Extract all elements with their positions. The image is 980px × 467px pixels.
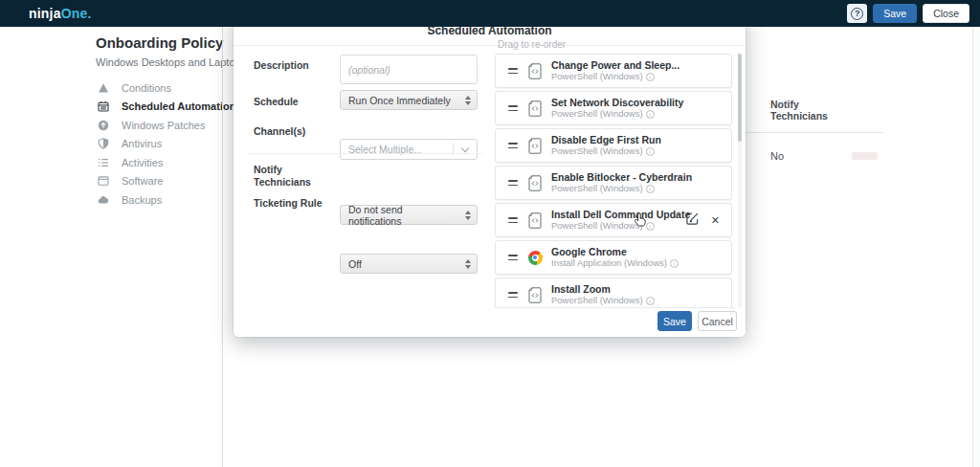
automation-list-item[interactable]: Install Zoom PowerShell (Windows) i [495, 278, 732, 308]
edit-automation-icon[interactable] [686, 211, 699, 229]
info-icon[interactable]: i [646, 110, 655, 119]
automation-list-item[interactable]: Change Power and Sleep... PowerShell (Wi… [495, 54, 732, 88]
automation-list-item[interactable]: Install Dell Command Update PowerShell (… [495, 203, 732, 237]
notify-technicians-label: Notify Technicians [254, 164, 334, 189]
description-placeholder: (optional) [348, 64, 390, 76]
notify-technicians-column-header: Notify Technicians [770, 99, 832, 122]
chevron-down-icon [461, 145, 469, 152]
sidebar-item-scheduled-automations[interactable]: Scheduled Automations [97, 98, 242, 117]
warning-triangle-icon [97, 81, 109, 94]
arrow-up-circle-icon [97, 119, 109, 131]
drag-handle-icon[interactable] [508, 180, 518, 186]
cloud-icon [97, 193, 109, 206]
automation-title: Google Chrome [551, 246, 679, 257]
schedule-select[interactable]: Run Once Immediately [340, 90, 478, 110]
description-label: Description [254, 59, 334, 72]
automation-title: Set Network Discoverability [551, 97, 683, 108]
modal-save-button[interactable]: Save [657, 311, 692, 331]
list-scrollbar-track[interactable] [738, 54, 742, 308]
automation-list-item[interactable]: Enable Bitlocker - Cyberdrain PowerShell… [495, 166, 732, 200]
drag-handle-icon[interactable] [508, 217, 518, 223]
shield-icon [97, 138, 109, 150]
automation-subtitle: PowerShell (Windows) [551, 108, 643, 120]
list-icon [97, 156, 109, 168]
script-icon [526, 175, 544, 191]
ticketing-rule-label: Ticketing Rule [254, 197, 334, 210]
script-icon [526, 63, 544, 79]
automation-subtitle: PowerShell (Windows) [551, 220, 643, 232]
sidebar-item-software[interactable]: Software [97, 172, 242, 191]
automation-subtitle: PowerShell (Windows) [551, 145, 643, 157]
sidebar-item-antivirus[interactable]: Antivirus [97, 135, 242, 154]
right-edge-strip [973, 27, 980, 467]
description-input[interactable]: (optional) [340, 55, 478, 84]
table-header-divider [746, 132, 883, 133]
top-bar: ninjaOne. ? Save Close [0, 0, 980, 27]
help-button[interactable]: ? [847, 4, 867, 23]
ticketing-rule-value: Off [348, 258, 362, 270]
form-section-divider [247, 153, 483, 154]
chrome-icon [528, 251, 543, 265]
automation-subtitle: Install Application (Windows) [551, 257, 667, 269]
script-icon [526, 287, 544, 303]
schedule-value: Run Once Immediately [348, 95, 451, 106]
sidebar-item-backups[interactable]: Backups [97, 190, 242, 210]
automation-subtitle: PowerShell (Windows) [551, 183, 643, 194]
save-button-top[interactable]: Save [873, 4, 917, 23]
automation-title: Disable Edge First Run [551, 134, 661, 145]
policy-nav-menu: Conditions Scheduled Automations Windows… [97, 78, 242, 210]
right-edge-divider [972, 27, 973, 467]
info-icon[interactable]: i [646, 297, 655, 305]
drag-to-reorder-hint: Drag to re-order [498, 39, 566, 50]
scheduled-automation-modal: Scheduled Automation Description (option… [234, 13, 746, 337]
calendar-icon [97, 100, 109, 113]
select-stepper-icon [465, 96, 471, 105]
ninjaone-logo: ninjaOne. [29, 6, 92, 21]
automation-list-item[interactable]: Disable Edge First Run PowerShell (Windo… [495, 128, 732, 163]
remove-automation-icon[interactable]: ✕ [711, 215, 720, 226]
automation-title: Change Power and Sleep... [551, 59, 679, 71]
notify-technicians-select[interactable]: Do not send notifications [340, 205, 478, 225]
drag-handle-icon[interactable] [508, 68, 518, 74]
automation-title: Install Dell Command Update [551, 209, 690, 220]
channels-label: Channel(s) [254, 125, 334, 138]
drag-handle-icon[interactable] [508, 105, 518, 111]
info-icon[interactable]: i [670, 259, 679, 268]
select-stepper-icon [465, 211, 471, 220]
automation-subtitle: PowerShell (Windows) [551, 295, 643, 306]
info-icon[interactable]: i [646, 147, 655, 156]
chrome-icon [526, 251, 544, 265]
window-icon [97, 175, 109, 188]
sidebar-item-windows-patches[interactable]: Windows Patches [97, 116, 242, 135]
schedule-label: Schedule [254, 96, 334, 108]
automation-title: Install Zoom [551, 283, 655, 295]
ticketing-rule-select[interactable]: Off [340, 254, 478, 274]
notify-technicians-value: Do not send notifications [348, 204, 457, 227]
automation-subtitle: PowerShell (Windows) [551, 71, 643, 82]
faded-text-placeholder [852, 152, 878, 160]
page-subtitle: Windows Desktops and Laptops [96, 56, 246, 68]
info-icon[interactable]: i [646, 73, 655, 81]
list-scrollbar-thumb[interactable] [738, 54, 742, 142]
drag-handle-icon[interactable] [508, 255, 518, 260]
automation-title: Enable Bitlocker - Cyberdrain [551, 171, 692, 183]
sidebar-item-activities[interactable]: Activities [97, 153, 242, 172]
close-button-top[interactable]: Close [923, 4, 969, 23]
sidebar-divider [222, 27, 223, 467]
automation-list-item[interactable]: Set Network Discoverability PowerShell (… [495, 91, 732, 125]
script-icon [526, 100, 544, 117]
script-icon [526, 212, 544, 229]
modal-header-divider [234, 45, 746, 46]
select-stepper-icon [465, 259, 471, 269]
drag-handle-icon[interactable] [508, 292, 518, 298]
info-icon[interactable]: i [646, 222, 655, 231]
channels-select[interactable]: Select Multiple... [340, 139, 478, 160]
question-icon: ? [851, 8, 863, 20]
automation-list-item[interactable]: Google Chrome Install Application (Windo… [495, 240, 732, 275]
notify-technicians-value: No [770, 150, 784, 162]
sidebar-item-conditions[interactable]: Conditions [97, 78, 242, 98]
info-icon[interactable]: i [646, 185, 655, 193]
modal-cancel-button[interactable]: Cancel [698, 311, 737, 331]
drag-handle-icon[interactable] [508, 143, 518, 148]
script-icon [526, 138, 544, 154]
